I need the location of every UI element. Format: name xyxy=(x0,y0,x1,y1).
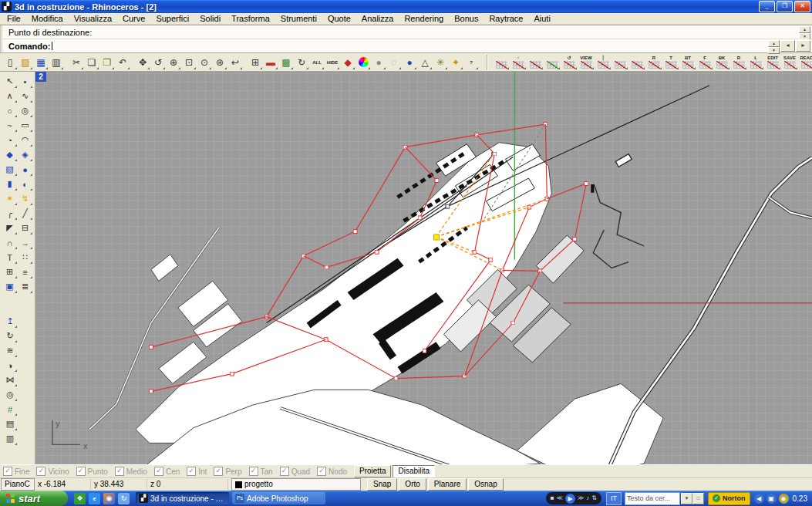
menu-visualizza[interactable]: Visualizza xyxy=(69,14,117,23)
array-tool-icon[interactable]: ⊞ xyxy=(2,265,18,279)
menu-analizza[interactable]: Analizza xyxy=(356,14,399,23)
planare-toggle[interactable]: Planare xyxy=(428,478,467,491)
cplane-vertical-icon[interactable]: ┃ xyxy=(595,55,612,70)
trim-tool-icon[interactable]: ◤ xyxy=(2,221,18,235)
select-tool-icon[interactable]: ↖ xyxy=(2,74,18,89)
menu-file[interactable]: File xyxy=(2,14,26,23)
undo-view-icon[interactable]: ↩ xyxy=(227,55,243,70)
car-icon[interactable]: ▬ xyxy=(263,55,278,70)
search-dropdown-button[interactable]: ▼ xyxy=(681,493,692,504)
save-viewport-icon[interactable]: SAVE xyxy=(781,55,798,70)
cylinder-tool-icon[interactable]: ▮ xyxy=(2,177,18,191)
surface-tool-icon[interactable]: ◆ xyxy=(2,147,18,162)
task-rhino-button[interactable]: ▞3d in costruzione - Rh... xyxy=(136,492,229,504)
undo-icon[interactable]: ↶ xyxy=(115,55,130,70)
rectangle-tool-icon[interactable]: ▭ xyxy=(18,118,33,133)
menu-strumenti[interactable]: Strumenti xyxy=(275,14,322,23)
zoom-all-icon[interactable]: ALL xyxy=(309,55,325,70)
zoom-selected-icon[interactable]: ⊙ xyxy=(197,55,212,70)
fillet-tool-icon[interactable]: ╭ xyxy=(2,206,18,221)
osnap-int[interactable]: Int xyxy=(187,467,207,476)
osnap-toggle[interactable]: Osnap xyxy=(468,478,503,491)
restore-button[interactable]: ❐ xyxy=(777,1,793,12)
split-tool-icon[interactable]: ⊟ xyxy=(18,221,33,235)
menu-curve[interactable]: Curve xyxy=(117,14,150,23)
viewport-grid-icon[interactable]: ⊞ xyxy=(248,55,263,70)
offset-tool-icon[interactable]: ≡ xyxy=(18,265,33,279)
loft-tool-icon[interactable]: ≋ xyxy=(2,343,18,358)
point-tool-icon[interactable]: • xyxy=(18,74,33,89)
align-tool-icon[interactable]: ≣ xyxy=(18,279,33,294)
camera-angle-icon[interactable]: ↻ xyxy=(294,55,309,70)
cplane-standard-icon[interactable] xyxy=(493,55,510,70)
proietta-button[interactable]: Proietta xyxy=(354,465,391,477)
view-front-icon[interactable]: F xyxy=(696,55,713,70)
viewport[interactable]: 2 xyxy=(35,72,812,464)
notes-tool-icon[interactable]: ▤ xyxy=(2,417,18,431)
key-icon[interactable]: ✦ xyxy=(448,55,463,70)
sphere-tool-icon[interactable]: ● xyxy=(18,162,33,177)
view-right-icon[interactable]: R xyxy=(645,55,662,70)
volume-button[interactable]: ♪ xyxy=(586,492,589,504)
revolve-tool-icon[interactable]: ↻ xyxy=(2,329,18,343)
extrude-tool-icon[interactable]: ↥ xyxy=(2,314,18,329)
start-button[interactable]: start xyxy=(0,491,68,506)
spin-down-button[interactable]: ▼ xyxy=(768,47,780,54)
save-file-icon[interactable]: ▦ xyxy=(33,55,49,70)
adjust-curve-tool-icon[interactable]: ∩ xyxy=(2,235,18,250)
circle-tool-icon[interactable]: ○ xyxy=(2,103,18,118)
mirror-tool-icon[interactable]: ⋈ xyxy=(2,373,18,387)
mini-mode-button[interactable]: ⇅ xyxy=(591,492,597,504)
shaded-sphere-icon[interactable]: ● xyxy=(371,55,386,70)
previous-button[interactable]: ≪ xyxy=(557,492,563,504)
properties-tool-icon[interactable]: ▥ xyxy=(2,431,18,446)
menu-rendering[interactable]: Rendering xyxy=(399,14,449,23)
menu-raytrace[interactable]: Raytrace xyxy=(483,14,528,23)
menu-quote[interactable]: Quote xyxy=(322,14,356,23)
scroll-up-button[interactable]: ▲ xyxy=(799,26,810,33)
cone-icon[interactable]: △ xyxy=(417,55,433,70)
search-go-button[interactable]: □ xyxy=(692,493,704,504)
menu-modifica[interactable]: Modifica xyxy=(26,14,69,23)
edit-points-tool-icon[interactable]: ∷ xyxy=(18,250,33,265)
extend-tool-icon[interactable]: → xyxy=(18,235,33,250)
freeform-tool-icon[interactable]: ~ xyxy=(2,118,18,133)
view-bottom-icon[interactable]: BT xyxy=(679,55,696,70)
menu-aiuti[interactable]: Aiuti xyxy=(528,14,555,23)
layer-state-tool-icon[interactable]: ▣ xyxy=(2,279,18,294)
cplane-previous-icon[interactable] xyxy=(628,55,645,70)
command-history[interactable]: Punto di destinazione: ▲ ▼ xyxy=(0,25,812,39)
shade-tool-icon[interactable]: ◑ xyxy=(2,358,18,373)
explode-tool-icon[interactable]: ✶ xyxy=(2,191,18,206)
osnap-quad[interactable]: Quad xyxy=(280,467,310,476)
cplane-world-icon[interactable] xyxy=(612,55,628,70)
language-indicator[interactable]: IT xyxy=(606,492,622,505)
boolean-tool-icon[interactable]: ◐ xyxy=(18,177,33,191)
osnap-nodo[interactable]: Nodo xyxy=(317,467,347,476)
orto-toggle[interactable]: Orto xyxy=(399,478,426,491)
layer-icon[interactable]: ◆ xyxy=(340,55,355,70)
osnap-vicino[interactable]: Vicino xyxy=(36,467,69,476)
render-icon[interactable]: ▩ xyxy=(278,55,294,70)
target-tool-icon[interactable]: ◎ xyxy=(2,387,18,402)
curve-tool-icon[interactable]: ∿ xyxy=(18,89,33,103)
cplane-rotate-icon[interactable]: ↺ xyxy=(561,55,578,70)
command-input[interactable]: Comando: ▲ ▼ ◄ ► xyxy=(0,39,812,52)
quick-launch-show-desktop-icon[interactable]: ↻ xyxy=(118,493,130,504)
view-left-icon[interactable]: L xyxy=(747,55,764,70)
cplane-tool-icon[interactable]: # xyxy=(2,402,18,417)
cplane-z-icon[interactable]: ↑ xyxy=(510,55,527,70)
osnap-cen[interactable]: Cen xyxy=(154,467,180,476)
osnap-punto[interactable]: Punto xyxy=(76,467,108,476)
polyline-tool-icon[interactable]: ∧ xyxy=(2,89,18,103)
text-tool-icon[interactable]: T xyxy=(2,250,18,265)
cplane-object-icon[interactable] xyxy=(544,55,561,70)
norton-badge[interactable]: ✓ Norton xyxy=(708,492,750,505)
menu-superfici[interactable]: Superfici xyxy=(150,14,194,23)
hide-icon[interactable]: HIDE xyxy=(325,55,340,70)
search-input[interactable] xyxy=(625,492,680,505)
zoom-in-icon[interactable]: ⊕ xyxy=(166,55,181,70)
next-button[interactable]: ≫ xyxy=(578,492,584,504)
lightning-tool-icon[interactable]: ↯ xyxy=(18,191,33,206)
copy-icon[interactable]: ❏ xyxy=(84,55,99,70)
